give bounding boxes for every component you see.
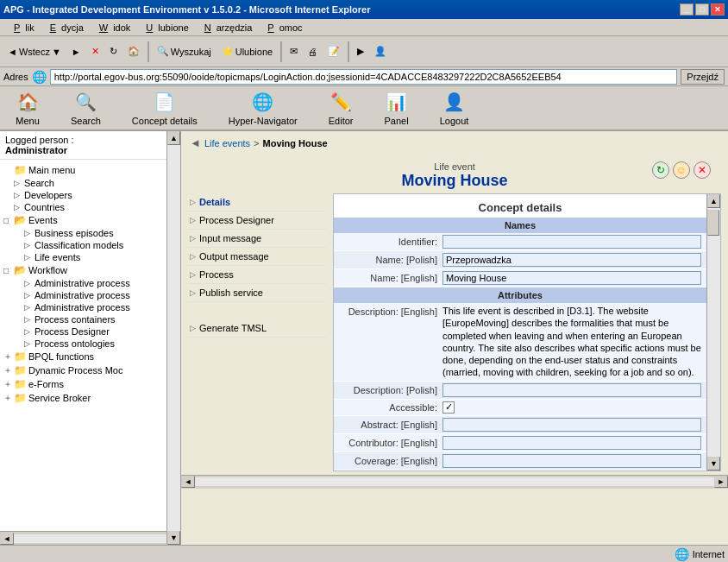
details-item-process-designer[interactable]: ▷ Process Designer bbox=[188, 212, 326, 230]
countries-arrow-icon: ▷ bbox=[14, 203, 24, 212]
forward-button[interactable]: ► bbox=[67, 40, 85, 64]
nav-editor[interactable]: ✏️ Editor bbox=[322, 88, 361, 128]
sidebar-item-admin-process-1[interactable]: ▷ Administrative process bbox=[0, 277, 180, 289]
sidebar-item-countries[interactable]: ▷ Countries bbox=[0, 201, 180, 213]
abstract-input[interactable] bbox=[442, 418, 701, 432]
close-button[interactable]: ✕ bbox=[711, 3, 725, 16]
life-event-action-buttons: ↻ ☺ ✕ bbox=[652, 161, 711, 179]
panel-nav-icon: 📊 bbox=[385, 90, 409, 114]
nav-panel[interactable]: 📊 Panel bbox=[378, 88, 416, 128]
sidebar-item-developers[interactable]: ▷ Developers bbox=[0, 189, 180, 201]
media-button[interactable]: ▶ bbox=[353, 40, 368, 64]
edit-button[interactable]: 📝 bbox=[323, 40, 344, 64]
description-english-row: Description: [English] This life event i… bbox=[334, 303, 706, 382]
accessible-row: Accessible: ✓ bbox=[334, 400, 706, 416]
sidebar-main-menu[interactable]: 📁 Main menu bbox=[0, 163, 180, 177]
sidebar-scroll-up[interactable]: ▲ bbox=[167, 131, 180, 145]
concept-scroll-up[interactable]: ▲ bbox=[707, 194, 720, 208]
sidebar-item-admin-process-3[interactable]: ▷ Administrative process bbox=[0, 301, 180, 313]
nav-hyper-navigator[interactable]: 🌐 Hyper-Navigator bbox=[222, 88, 304, 128]
status-globe-icon: 🌐 bbox=[675, 547, 689, 561]
sidebar-item-process-containers[interactable]: ▷ Process containers bbox=[0, 313, 180, 325]
description-polish-input[interactable] bbox=[442, 383, 701, 397]
sidebar-item-events[interactable]: □ 📂 Events bbox=[0, 213, 180, 227]
stop-button[interactable]: ✕ bbox=[87, 40, 104, 64]
sidebar-item-bpql[interactable]: ＋ 📁 BPQL functions bbox=[0, 350, 180, 363]
user-button[interactable]: 👤 bbox=[370, 40, 391, 64]
name-polish-input[interactable] bbox=[442, 253, 701, 267]
nav-menu[interactable]: 🏠 Menu bbox=[9, 88, 47, 128]
concept-scroll-down[interactable]: ▼ bbox=[707, 457, 720, 470]
maximize-button[interactable]: □ bbox=[695, 3, 709, 16]
sidebar-scroll-down[interactable]: ▼ bbox=[167, 531, 180, 545]
service-broker-expand-icon: ＋ bbox=[3, 392, 14, 404]
sidebar-item-eforms[interactable]: ＋ 📁 e-Forms bbox=[0, 377, 180, 391]
nav-logout[interactable]: 👤 Logout bbox=[433, 88, 476, 128]
close-event-button[interactable]: ✕ bbox=[693, 161, 711, 179]
life-event-label: Life event bbox=[181, 161, 728, 172]
separator-3 bbox=[348, 41, 349, 62]
details-item-input-message[interactable]: ▷ Input message bbox=[188, 230, 326, 248]
contributor-row: Contributor: [English] bbox=[334, 434, 706, 452]
publish-arrow-icon: ▷ bbox=[190, 288, 196, 297]
sidebar-item-classification-models[interactable]: ▷ Classification models bbox=[0, 239, 180, 251]
content-scroll-left[interactable]: ◄ bbox=[181, 476, 195, 488]
attributes-section-header: Attributes bbox=[334, 287, 706, 303]
sidebar-item-admin-process-2[interactable]: ▷ Administrative process bbox=[0, 289, 180, 301]
search-arrow-icon: ▷ bbox=[14, 179, 24, 187]
mail-icon: ✉ bbox=[290, 46, 298, 57]
favorites-toolbar-button[interactable]: ⭐ Ulubione bbox=[217, 40, 277, 64]
sidebar-item-dynamic-process[interactable]: ＋ 📁 Dynamic Process Moc bbox=[0, 363, 180, 377]
details-arrow-icon: ▷ bbox=[190, 198, 196, 206]
details-item-publish-service[interactable]: ▷ Publish service bbox=[188, 284, 326, 302]
breadcrumb-parent[interactable]: Life events bbox=[204, 138, 250, 148]
refresh-event-button[interactable]: ↻ bbox=[652, 161, 669, 179]
identifier-input[interactable] bbox=[442, 235, 701, 249]
go-button[interactable]: Przejdź bbox=[681, 69, 725, 85]
mail-button[interactable]: ✉ bbox=[286, 40, 302, 64]
menu-edycja[interactable]: Edycja bbox=[40, 21, 89, 35]
content-scroll-right[interactable]: ► bbox=[714, 476, 728, 488]
refresh-button[interactable]: ↻ bbox=[105, 40, 122, 64]
search-toolbar-button[interactable]: 🔍 Wyszukaj bbox=[153, 40, 216, 64]
menu-ulubione[interactable]: Ulubione bbox=[135, 21, 193, 35]
concept-scroll-thumb[interactable] bbox=[707, 210, 719, 236]
details-item-details[interactable]: ▷ Details bbox=[188, 193, 326, 212]
sidebar-item-workflow[interactable]: □ 📂 Workflow bbox=[0, 263, 180, 277]
name-polish-label: Name: [Polish] bbox=[339, 255, 442, 265]
editor-nav-icon: ✏️ bbox=[329, 90, 353, 114]
print-button[interactable]: 🖨 bbox=[304, 40, 322, 64]
sidebar-item-service-broker[interactable]: ＋ 📁 Service Broker bbox=[0, 391, 180, 405]
name-english-input[interactable] bbox=[442, 271, 701, 285]
details-item-output-message[interactable]: ▷ Output message bbox=[188, 248, 326, 266]
menu-widok[interactable]: Widok bbox=[89, 21, 136, 35]
sidebar-item-process-ontologies[interactable]: ▷ Process ontologies bbox=[0, 338, 180, 350]
sidebar-item-business-episodes[interactable]: ▷ Business episodes bbox=[0, 227, 180, 239]
contributor-input[interactable] bbox=[442, 436, 701, 450]
bpql-folder-icon: 📁 bbox=[14, 350, 27, 363]
sidebar-item-life-events[interactable]: ▷ Life events bbox=[0, 251, 180, 263]
back-button[interactable]: ◄ Wstecz ▼ bbox=[3, 40, 66, 64]
content-area: ◄ Life events > Moving House Life event … bbox=[181, 131, 728, 545]
url-input[interactable] bbox=[50, 69, 678, 85]
menu-pomoc[interactable]: Pomoc bbox=[257, 21, 307, 35]
sidebar-item-search[interactable]: ▷ Search bbox=[0, 177, 180, 189]
smile-event-button[interactable]: ☺ bbox=[673, 161, 690, 179]
menu-narzedzia[interactable]: Narzędzia bbox=[194, 21, 258, 35]
nav-concept-details[interactable]: 📄 Concept details bbox=[125, 88, 204, 128]
breadcrumb-back-arrow[interactable]: ◄ bbox=[190, 136, 201, 149]
nav-search[interactable]: 🔍 Search bbox=[64, 88, 108, 128]
home-button[interactable]: 🏠 bbox=[123, 40, 144, 64]
details-item-process[interactable]: ▷ Process bbox=[188, 266, 326, 284]
sidebar-item-process-designer[interactable]: ▷ Process Designer bbox=[0, 325, 180, 338]
coverage-input[interactable] bbox=[442, 454, 701, 468]
details-item-generate-tmsl[interactable]: ▷ Generate TMSL bbox=[188, 319, 326, 338]
accessible-checkbox[interactable]: ✓ bbox=[442, 401, 455, 414]
edit-icon: 📝 bbox=[328, 46, 340, 57]
sidebar-hscrollbar[interactable]: ◄ ► bbox=[0, 531, 180, 545]
sidebar-scroll: Logged person : Administrator 📁 Main men… bbox=[0, 131, 180, 531]
print-icon: 🖨 bbox=[308, 47, 317, 57]
sidebar-scroll-left[interactable]: ◄ bbox=[0, 533, 14, 545]
menu-plik[interactable]: Plik bbox=[3, 21, 40, 35]
minimize-button[interactable]: _ bbox=[680, 3, 693, 16]
